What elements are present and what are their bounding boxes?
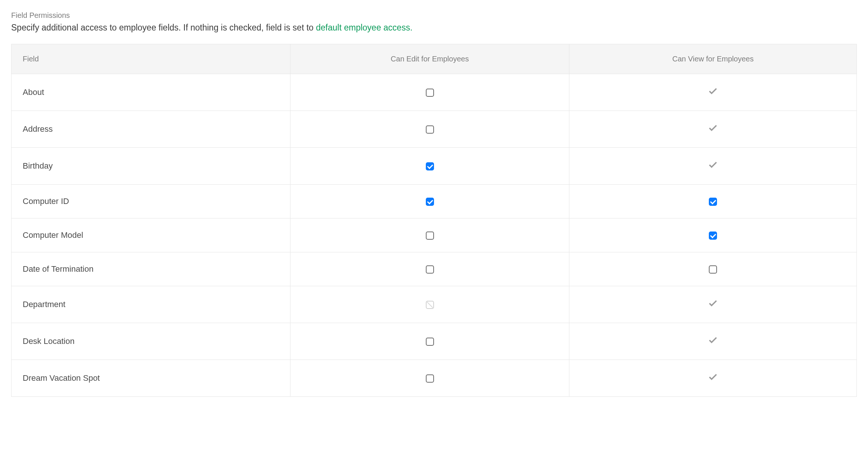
view-cell (569, 111, 857, 148)
checkmark-icon (708, 86, 718, 99)
table-row: Computer ID (12, 185, 857, 218)
field-name-cell: Birthday (12, 148, 290, 185)
view-cell (569, 148, 857, 185)
table-row: Department (12, 286, 857, 323)
view-cell (569, 360, 857, 397)
edit-cell (290, 218, 569, 252)
field-permissions-table: Field Can Edit for Employees Can View fo… (11, 44, 857, 397)
edit-cell (290, 323, 569, 360)
edit-checkbox-row-0[interactable] (426, 89, 434, 97)
edit-cell (290, 148, 569, 185)
view-cell (569, 323, 857, 360)
default-access-link[interactable]: default employee access. (316, 23, 413, 32)
field-name-cell: Computer Model (12, 218, 290, 252)
edit-checkbox-row-8[interactable] (426, 374, 434, 383)
view-cell (569, 218, 857, 252)
table-row: Address (12, 111, 857, 148)
field-name-cell: Department (12, 286, 290, 323)
section-description: Specify additional access to employee fi… (11, 23, 857, 33)
section-label: Field Permissions (11, 11, 857, 20)
edit-checkbox-row-6 (426, 301, 434, 309)
edit-checkbox-row-1[interactable] (426, 125, 434, 134)
edit-checkbox-row-2[interactable] (426, 162, 434, 170)
table-row: Desk Location (12, 323, 857, 360)
edit-checkbox-row-3[interactable] (426, 198, 434, 206)
field-name-cell: Computer ID (12, 185, 290, 218)
edit-cell (290, 252, 569, 286)
checkmark-icon (708, 123, 718, 135)
field-name-cell: Date of Termination (12, 252, 290, 286)
edit-column-header: Can Edit for Employees (290, 44, 569, 74)
description-text: Specify additional access to employee fi… (11, 23, 316, 32)
view-cell (569, 74, 857, 111)
edit-cell (290, 74, 569, 111)
view-cell (569, 252, 857, 286)
table-row: Computer Model (12, 218, 857, 252)
field-column-header: Field (12, 44, 290, 74)
view-checkbox-row-3[interactable] (709, 198, 717, 206)
table-row: Dream Vacation Spot (12, 360, 857, 397)
checkmark-icon (708, 298, 718, 311)
edit-checkbox-row-7[interactable] (426, 338, 434, 346)
view-column-header: Can View for Employees (569, 44, 857, 74)
edit-cell (290, 185, 569, 218)
edit-cell (290, 360, 569, 397)
view-checkbox-row-4[interactable] (709, 232, 717, 240)
edit-checkbox-row-4[interactable] (426, 232, 434, 240)
view-cell (569, 286, 857, 323)
edit-cell (290, 286, 569, 323)
table-row: Date of Termination (12, 252, 857, 286)
field-name-cell: Address (12, 111, 290, 148)
edit-checkbox-row-5[interactable] (426, 265, 434, 274)
field-name-cell: About (12, 74, 290, 111)
table-row: About (12, 74, 857, 111)
view-checkbox-row-5[interactable] (709, 265, 717, 274)
edit-cell (290, 111, 569, 148)
field-name-cell: Dream Vacation Spot (12, 360, 290, 397)
checkmark-icon (708, 372, 718, 384)
checkmark-icon (708, 335, 718, 348)
checkmark-icon (708, 160, 718, 172)
field-name-cell: Desk Location (12, 323, 290, 360)
view-cell (569, 185, 857, 218)
table-row: Birthday (12, 148, 857, 185)
